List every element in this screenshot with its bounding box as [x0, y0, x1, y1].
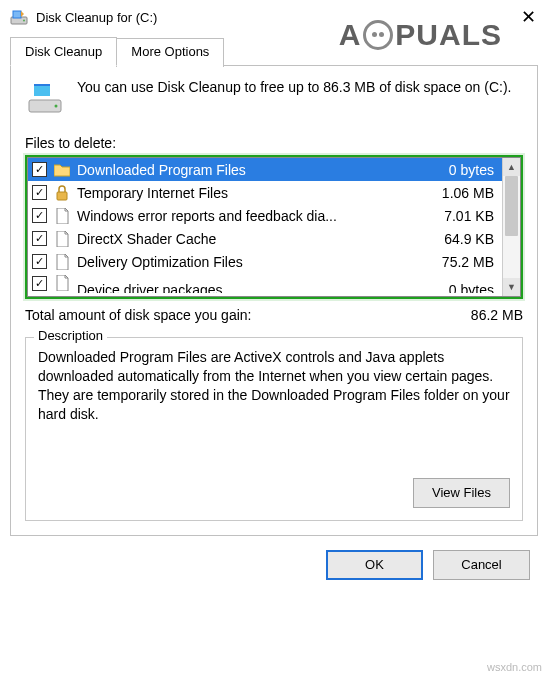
file-list: ✓ Downloaded Program Files 0 bytes ✓ Tem…: [27, 157, 521, 297]
info-text: You can use Disk Cleanup to free up to 8…: [77, 78, 512, 98]
files-to-delete-label: Files to delete:: [25, 135, 523, 151]
lock-icon: [53, 184, 71, 202]
file-size: 75.2 MB: [428, 254, 498, 270]
file-size: 0 bytes: [428, 282, 498, 293]
list-item[interactable]: ✓ Windows error reports and feedback dia…: [28, 204, 502, 227]
checkbox[interactable]: ✓: [32, 254, 47, 269]
file-size: 7.01 KB: [428, 208, 498, 224]
file-name: Windows error reports and feedback dia..…: [77, 208, 422, 224]
source-watermark: wsxdn.com: [487, 661, 542, 673]
total-label: Total amount of disk space you gain:: [25, 307, 251, 323]
checkbox[interactable]: ✓: [32, 276, 47, 291]
dialog-buttons: OK Cancel: [0, 536, 548, 594]
view-files-button[interactable]: View Files: [413, 478, 510, 508]
cancel-button[interactable]: Cancel: [433, 550, 530, 580]
list-item[interactable]: ✓ Downloaded Program Files 0 bytes: [28, 158, 502, 181]
list-item[interactable]: ✓ DirectX Shader Cache 64.9 KB: [28, 227, 502, 250]
titlebar: Disk Cleanup for (C:) ✕: [0, 0, 548, 30]
tab-content: You can use Disk Cleanup to free up to 8…: [10, 66, 538, 536]
scroll-thumb[interactable]: [505, 176, 518, 236]
file-size: 64.9 KB: [428, 231, 498, 247]
disk-cleanup-icon: [10, 8, 28, 26]
checkbox[interactable]: ✓: [32, 162, 47, 177]
svg-rect-7: [34, 84, 50, 86]
close-button[interactable]: ✕: [521, 6, 536, 28]
list-item[interactable]: ✓ Temporary Internet Files 1.06 MB: [28, 181, 502, 204]
tab-more-options[interactable]: More Options: [116, 38, 224, 67]
file-name: Delivery Optimization Files: [77, 254, 422, 270]
checkbox[interactable]: ✓: [32, 208, 47, 223]
file-name: DirectX Shader Cache: [77, 231, 422, 247]
file-icon: [53, 253, 71, 271]
checkbox[interactable]: ✓: [32, 231, 47, 246]
drive-icon: [25, 78, 65, 121]
svg-point-4: [55, 105, 58, 108]
total-row: Total amount of disk space you gain: 86.…: [25, 307, 523, 323]
folder-icon: [53, 161, 71, 179]
file-list-highlight: ✓ Downloaded Program Files 0 bytes ✓ Tem…: [25, 155, 523, 299]
window-title: Disk Cleanup for (C:): [36, 10, 157, 25]
svg-rect-2: [13, 11, 21, 18]
file-size: 0 bytes: [428, 162, 498, 178]
tab-strip: Disk Cleanup More Options: [10, 36, 538, 66]
file-name: Temporary Internet Files: [77, 185, 422, 201]
ok-button[interactable]: OK: [326, 550, 423, 580]
file-rows: ✓ Downloaded Program Files 0 bytes ✓ Tem…: [28, 158, 502, 296]
description-text: Downloaded Program Files are ActiveX con…: [38, 348, 510, 424]
file-icon: [53, 230, 71, 248]
list-item[interactable]: ✓ Delivery Optimization Files 75.2 MB: [28, 250, 502, 273]
info-row: You can use Disk Cleanup to free up to 8…: [25, 78, 523, 121]
total-value: 86.2 MB: [471, 307, 523, 323]
checkbox[interactable]: ✓: [32, 185, 47, 200]
scrollbar[interactable]: ▲ ▼: [502, 158, 520, 296]
scroll-up-button[interactable]: ▲: [503, 158, 520, 176]
file-size: 1.06 MB: [428, 185, 498, 201]
file-icon: [53, 274, 71, 292]
scroll-track[interactable]: [503, 176, 520, 278]
description-legend: Description: [34, 328, 107, 343]
scroll-down-button[interactable]: ▼: [503, 278, 520, 296]
svg-rect-8: [57, 192, 67, 200]
description-group: Description Downloaded Program Files are…: [25, 337, 523, 521]
svg-point-1: [23, 20, 25, 22]
list-item[interactable]: ✓ Device driver packages 0 bytes: [28, 273, 502, 293]
file-name: Device driver packages: [77, 282, 422, 293]
tab-disk-cleanup[interactable]: Disk Cleanup: [10, 37, 117, 66]
file-icon: [53, 207, 71, 225]
file-name: Downloaded Program Files: [77, 162, 422, 178]
